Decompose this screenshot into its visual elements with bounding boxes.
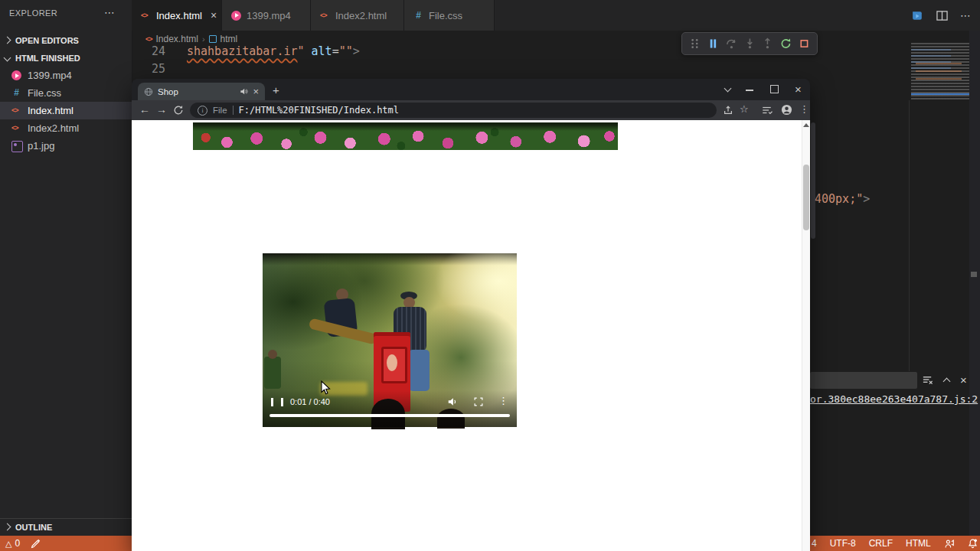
- tab-close-icon[interactable]: ×: [253, 86, 259, 97]
- video-art-shape: [268, 350, 277, 359]
- tulips-banner-image: [193, 122, 618, 150]
- split-editor-icon[interactable]: [936, 10, 948, 21]
- share-icon[interactable]: [723, 105, 733, 116]
- html-file-icon: <>: [320, 11, 330, 21]
- file-item-1399-mp4[interactable]: 1399.mp4: [0, 67, 132, 84]
- video-pause-button[interactable]: [271, 398, 283, 406]
- video-progress-bar[interactable]: [270, 414, 510, 417]
- minimap[interactable]: [911, 43, 969, 99]
- notifications-bell-icon[interactable]: [968, 538, 978, 549]
- profile-avatar-icon[interactable]: [781, 104, 792, 116]
- explorer-title: EXPLORER: [9, 8, 57, 18]
- video-fullscreen-icon[interactable]: [474, 397, 483, 406]
- browser-tab-shop[interactable]: Shop ×: [138, 83, 265, 100]
- html-file-icon: <>: [145, 34, 152, 44]
- mouse-cursor: [320, 380, 332, 396]
- video-art-shape: [264, 357, 281, 389]
- reload-icon[interactable]: [173, 105, 184, 116]
- explorer-sidebar: EXPLORER ⋯ OPEN EDITORS HTML FINISHED 13…: [0, 0, 132, 536]
- encoding-status[interactable]: UTF-8: [830, 538, 856, 549]
- video-volume-icon[interactable]: [447, 396, 458, 407]
- window-maximize-icon[interactable]: [770, 85, 779, 93]
- eol-status[interactable]: CRLF: [869, 538, 893, 549]
- editor-tabbar: <> Index.html × 1399.mp4 <> Index2.html …: [132, 0, 980, 31]
- chevron-up-icon[interactable]: [943, 377, 951, 385]
- status-pencil-icon[interactable]: [31, 539, 41, 549]
- warnings-status[interactable]: △ 0: [5, 538, 20, 549]
- browser-toolbar: ← → i File F:/HTML%20FINISHED/Index.html…: [132, 100, 810, 120]
- video-file-icon: [231, 11, 241, 21]
- file-item-file-css[interactable]: # File.css: [0, 84, 132, 102]
- open-editors-section[interactable]: OPEN EDITORS: [0, 32, 132, 49]
- warning-triangle-icon: △: [5, 539, 11, 549]
- more-actions-icon[interactable]: ⋯: [960, 9, 971, 21]
- new-tab-button[interactable]: +: [273, 83, 279, 96]
- chevron-right-icon: [4, 523, 11, 531]
- video-file-icon: [11, 70, 21, 80]
- file-item-p1-jpg[interactable]: p1.jpg: [0, 137, 132, 155]
- indent-status[interactable]: 4: [812, 538, 817, 549]
- tab-index2-html[interactable]: <> Index2.html: [311, 0, 404, 31]
- tab-1399-mp4[interactable]: 1399.mp4: [222, 0, 311, 31]
- right-scrollbar-thumb[interactable]: [971, 272, 977, 277]
- chevron-right-icon: [4, 37, 11, 44]
- url-text: F:/HTML%20FINISHED/Index.html: [239, 105, 400, 116]
- window-close-icon[interactable]: ×: [795, 83, 802, 96]
- scroll-up-arrow[interactable]: [803, 123, 809, 127]
- tab-audio-icon[interactable]: [240, 87, 248, 96]
- back-icon[interactable]: ←: [139, 103, 150, 116]
- info-icon[interactable]: i: [198, 106, 207, 116]
- editor-scrollbar[interactable]: [811, 122, 815, 239]
- clear-console-icon[interactable]: [922, 374, 933, 386]
- explorer-more-icon[interactable]: ⋯: [104, 6, 116, 18]
- html-file-icon: <>: [141, 11, 151, 21]
- line-number: 25: [139, 62, 165, 76]
- video-menu-kebab-icon[interactable]: ⋮: [498, 395, 508, 406]
- globe-icon: [144, 87, 153, 96]
- close-icon[interactable]: ×: [960, 373, 967, 386]
- video-player[interactable]: 0:01 / 0:40 ⋮: [263, 253, 517, 427]
- pause-icon[interactable]: [707, 37, 719, 50]
- console-filter-input[interactable]: [810, 372, 917, 389]
- console-panel-actions: ×: [922, 373, 967, 386]
- open-preview-icon[interactable]: [911, 9, 924, 22]
- video-art-shape: [387, 354, 397, 371]
- language-status[interactable]: HTML: [906, 538, 931, 549]
- editor-split-divider: [909, 100, 910, 371]
- console-source-link[interactable]: or.380ec88ee263e407a787.js:2: [810, 393, 978, 405]
- window-chevron-down-icon[interactable]: [724, 85, 732, 93]
- url-scheme-label: File: [213, 106, 227, 115]
- forward-icon[interactable]: →: [156, 103, 167, 116]
- bookmark-star-icon[interactable]: ☆: [740, 103, 749, 115]
- drag-handle-icon[interactable]: [689, 37, 701, 50]
- tab-index-html[interactable]: <> Index.html ×: [132, 0, 222, 31]
- tab-file-css[interactable]: # File.css: [404, 0, 495, 31]
- file-item-index-html[interactable]: <> Index.html: [0, 102, 132, 119]
- close-icon[interactable]: ×: [211, 9, 217, 21]
- outline-section[interactable]: OUTLINE: [0, 518, 132, 536]
- window-minimize-icon[interactable]: [746, 90, 753, 91]
- folder-section-html-finished[interactable]: HTML FINISHED: [0, 50, 132, 67]
- screen: EXPLORER ⋯ OPEN EDITORS HTML FINISHED 13…: [0, 0, 980, 551]
- restart-icon[interactable]: [780, 37, 792, 50]
- feedback-icon[interactable]: [944, 539, 955, 549]
- step-into-icon[interactable]: [744, 37, 756, 50]
- line-number: 24: [139, 44, 165, 58]
- reading-list-icon[interactable]: [761, 105, 773, 116]
- stop-icon[interactable]: [799, 37, 810, 50]
- browser-scrollbar[interactable]: [802, 120, 810, 551]
- browser-window: Shop × + × ← → i File F:/HTML%20FINISHED…: [132, 79, 810, 551]
- step-over-icon[interactable]: [726, 37, 737, 50]
- html-file-icon: <>: [11, 106, 21, 116]
- file-item-index2-html[interactable]: <> Index2.html: [0, 119, 132, 137]
- step-out-icon[interactable]: [762, 37, 773, 50]
- url-divider: [233, 106, 234, 115]
- html-file-icon: <>: [11, 123, 21, 133]
- browser-menu-kebab-icon[interactable]: ⋮: [799, 103, 809, 115]
- video-time-display: 0:01 / 0:40: [290, 397, 330, 406]
- minimap-code-lines: [916, 63, 962, 80]
- scrollbar-thumb[interactable]: [803, 165, 809, 230]
- css-file-icon: #: [11, 88, 21, 98]
- code-fragment-right: 400px;">: [815, 192, 870, 206]
- address-bar[interactable]: i File F:/HTML%20FINISHED/Index.html: [190, 103, 717, 118]
